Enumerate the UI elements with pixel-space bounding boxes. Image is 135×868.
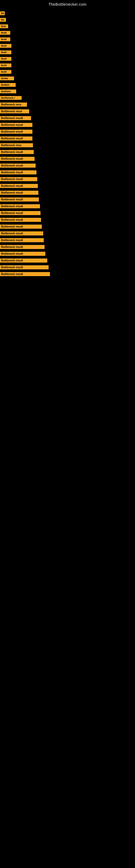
bottleneck-result-label: Bottl [0, 31, 10, 35]
bottleneck-result-label: Bottl [0, 63, 11, 67]
bottleneck-result-label: Bottlen [0, 83, 16, 87]
list-item: Bottleneck result [0, 230, 135, 237]
list-item: Bottl [0, 56, 135, 62]
bottleneck-result-label: Bottl [0, 70, 11, 74]
bottleneck-result-label: Bottleneck result [0, 252, 45, 256]
list-item: Bottleneck result [0, 169, 135, 176]
bottleneck-result-label: Bottleneck result [0, 231, 43, 236]
list-item: Bottleneck result [0, 122, 135, 128]
bottleneck-result-label: Bottleneck result [0, 123, 32, 127]
bottleneck-result-label: Bottleneck resul [0, 109, 29, 113]
bottleneck-result-label: Bott [0, 24, 8, 28]
bottleneck-result-label: Bottleneck r [0, 96, 21, 100]
list-item: Bottl [0, 36, 135, 42]
bottleneck-result-label: Bottleneck result [0, 265, 49, 269]
bottleneck-result-label: Bottleneck result [0, 177, 37, 181]
list-item: Bottl [0, 50, 135, 55]
list-item: Bottleneck result [0, 162, 135, 169]
bottleneck-result-label: Bottleneck result [0, 130, 32, 134]
site-title: TheBottlenecker.com [0, 0, 135, 8]
bottleneck-result-label: Bottl [0, 44, 11, 48]
list-item: Bottleneck result [0, 251, 135, 257]
list-item: Bottl [0, 62, 135, 68]
list-item: Bottleneck result [0, 244, 135, 250]
list-item: Bottleneck result [0, 271, 135, 277]
list-item: Bottleneck result [0, 190, 135, 196]
list-item: Bottleneck resu [0, 142, 135, 148]
bottleneck-result-label: Bottleneck result [0, 191, 38, 195]
list-item: Bottleneck result [0, 135, 135, 142]
list-item: Bottleneck result [0, 264, 135, 271]
bottleneck-result-label: Bottle [0, 76, 14, 80]
list-item: Bottleneck r [0, 95, 135, 101]
bottleneck-result-label: Bottleneck result [0, 116, 31, 120]
list-item: Bottl [0, 43, 135, 49]
bottleneck-result-label: Bottleneck result [0, 211, 41, 215]
bottleneck-result-label: Bo [0, 11, 5, 15]
bottleneck-result-label: Bottleneck resu [0, 143, 33, 147]
bottleneck-result-label: Bottlene [0, 90, 16, 93]
bottleneck-result-label: Bottleneck result [0, 136, 32, 141]
list-item: Bottleneck result [0, 257, 135, 264]
items-container: BoBoBottBottlBottlBottlBottlBottlBottlBo… [0, 8, 135, 280]
bottleneck-result-label: Bottleneck result [0, 163, 36, 167]
bottleneck-result-label: Bottl [0, 37, 10, 41]
list-item: Bottleneck result [0, 156, 135, 162]
list-item: Bottleneck result [0, 210, 135, 216]
list-item: Bottleneck result [0, 223, 135, 230]
bottleneck-result-label: Bottleneck result [0, 245, 45, 249]
list-item: Bottl [0, 30, 135, 36]
bottleneck-result-label: Bottleneck result [0, 238, 44, 242]
bottleneck-result-label: Bottleneck result [0, 197, 39, 202]
bottleneck-result-label: Bottleneck resu [0, 102, 27, 106]
list-item: Bo [0, 17, 135, 23]
bottleneck-result-label: Bottleneck result [0, 258, 47, 262]
list-item: Bottleneck resul [0, 108, 135, 115]
bottleneck-result-label: Bottl [0, 51, 11, 54]
bottleneck-result-label: Bo [0, 18, 6, 22]
list-item: Bottle [0, 75, 135, 82]
bottleneck-result-label: Bottleneck result [0, 150, 34, 154]
list-item: Bottleneck result [0, 115, 135, 121]
list-item: Bottleneck result [0, 183, 135, 189]
list-item: Bottleneck result [0, 176, 135, 182]
bottleneck-result-label: Bottleneck result [0, 157, 35, 161]
list-item: Bottleneck resu [0, 101, 135, 108]
bottleneck-result-label: Bottleneck result [0, 225, 42, 229]
list-item: Bottl [0, 69, 135, 75]
bottleneck-result-label: Bottleneck result [0, 218, 41, 222]
list-item: Bott [0, 23, 135, 29]
list-item: Bottleneck result [0, 217, 135, 223]
list-item: Bottleneck result [0, 149, 135, 155]
list-item: Bo [0, 10, 135, 16]
bottleneck-result-label: Bottl [0, 57, 11, 61]
list-item: Bottlene [0, 88, 135, 94]
list-item: Bottlen [0, 82, 135, 88]
bottleneck-result-label: Bottleneck result [0, 184, 38, 188]
list-item: Bottleneck result [0, 237, 135, 243]
list-item: Bottleneck result [0, 129, 135, 135]
bottleneck-result-label: Bottleneck result [0, 272, 50, 276]
bottleneck-result-label: Bottleneck result [0, 204, 40, 208]
list-item: Bottleneck result [0, 203, 135, 209]
bottleneck-result-label: Bottleneck result [0, 170, 37, 175]
list-item: Bottleneck result [0, 196, 135, 203]
